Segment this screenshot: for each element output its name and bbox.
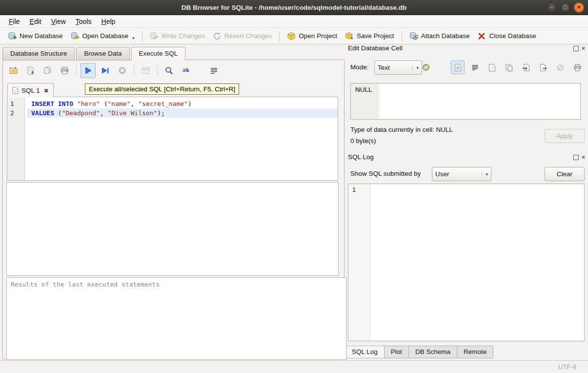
dock-close-icon[interactable]: ✕ bbox=[581, 155, 586, 160]
open-project-label: Open Project bbox=[299, 32, 337, 40]
print-icon bbox=[60, 66, 69, 75]
save-sql-file-icon bbox=[26, 66, 35, 75]
sql-log-dock-controls: ✕ bbox=[573, 155, 586, 160]
toolbar-separator bbox=[402, 31, 402, 41]
minimize-button[interactable]: ‒ bbox=[547, 2, 557, 13]
tab-execute-sql[interactable]: Execute SQL bbox=[131, 47, 186, 61]
app-window: DB Browser for SQLite - /home/user/code/… bbox=[0, 0, 588, 373]
close-button[interactable]: ✕ bbox=[574, 2, 584, 13]
main-toolbar: New Database Open Database ▾ Write Chang… bbox=[0, 28, 588, 44]
save-sql-file-button[interactable] bbox=[23, 63, 38, 78]
sql-token: ( bbox=[100, 100, 108, 107]
menubar: File Edit View Tools Help bbox=[0, 15, 588, 28]
dock-close-icon[interactable]: ✕ bbox=[581, 46, 586, 51]
execute-sql-page: ab SQL 1 ✖ Execute all/selected SQL [Ctr… bbox=[2, 60, 345, 359]
menu-file[interactable]: File bbox=[4, 16, 25, 27]
results-grid[interactable] bbox=[6, 182, 339, 276]
revert-changes-label: Revert Changes bbox=[224, 32, 272, 40]
execute-all-button[interactable] bbox=[81, 63, 96, 78]
open-database-dropdown-icon[interactable]: ▾ bbox=[132, 36, 135, 41]
results-placeholder: Results of the last executed statements bbox=[11, 281, 160, 288]
window-title: DB Browser for SQLite - /home/user/code/… bbox=[0, 4, 588, 11]
close-database-label: Close Database bbox=[489, 32, 536, 40]
set-null-button bbox=[553, 61, 567, 74]
open-sql-file-button[interactable] bbox=[6, 63, 21, 78]
code-line-1[interactable]: INSERT INTO "hero" ("name", "secret_name… bbox=[27, 99, 338, 108]
print-icon bbox=[573, 63, 582, 72]
maximize-button[interactable]: ▢ bbox=[560, 2, 570, 13]
menu-tools[interactable]: Tools bbox=[71, 16, 97, 27]
write-changes-label: Write Changes bbox=[162, 32, 205, 40]
sql-token: , bbox=[131, 100, 139, 107]
new-database-icon bbox=[8, 32, 17, 41]
results-message-pane[interactable]: Results of the last executed statements bbox=[6, 277, 346, 360]
encoding-indicator[interactable]: UTF-8 bbox=[558, 363, 576, 371]
dock-tab-sql-log[interactable]: SQL Log bbox=[345, 346, 385, 358]
edit-cell-title: Edit Database Cell bbox=[348, 44, 403, 52]
export-file-icon bbox=[539, 63, 547, 72]
sql-doc-tab[interactable]: SQL 1 ✖ bbox=[7, 83, 54, 98]
toolbar-separator bbox=[279, 31, 280, 41]
find-icon bbox=[164, 66, 174, 75]
sql-token: , bbox=[100, 109, 108, 117]
text-view-button[interactable] bbox=[451, 61, 465, 74]
import-file-button[interactable] bbox=[519, 61, 533, 74]
log-filter-combobox[interactable]: User ▾ bbox=[432, 167, 491, 181]
open-database-button[interactable]: Open Database ▾ bbox=[67, 30, 139, 42]
save-results-icon bbox=[141, 66, 150, 75]
word-wrap-button[interactable] bbox=[206, 63, 222, 78]
sql-editor[interactable]: 1 INSERT INTO "hero" ("name", "secret_na… bbox=[7, 97, 338, 181]
write-changes-button: Write Changes bbox=[146, 30, 209, 42]
open-project-button[interactable]: Open Project bbox=[283, 30, 341, 42]
new-database-button[interactable]: New Database bbox=[4, 30, 67, 42]
save-sql-file-as-icon bbox=[43, 66, 52, 75]
execute-line-button[interactable] bbox=[98, 63, 113, 78]
float-icon[interactable] bbox=[573, 155, 579, 160]
titlebar[interactable]: DB Browser for SQLite - /home/user/code/… bbox=[0, 0, 588, 15]
save-sql-file-as-button[interactable] bbox=[40, 63, 55, 78]
float-icon[interactable] bbox=[573, 46, 579, 51]
sql-log-view[interactable]: 1 bbox=[348, 184, 585, 341]
toolbar-separator bbox=[142, 31, 142, 41]
dock-tab-remote[interactable]: Remote bbox=[457, 346, 493, 358]
statusbar: UTF-8 bbox=[0, 360, 588, 373]
dock-tab-plot[interactable]: Plot bbox=[385, 346, 409, 358]
print-cell-button[interactable] bbox=[570, 61, 584, 74]
save-project-button[interactable]: Save Project bbox=[341, 30, 398, 42]
text-view-icon bbox=[454, 63, 462, 72]
word-wrap-icon bbox=[471, 63, 479, 72]
open-project-icon bbox=[287, 32, 296, 41]
log-line-number: 1 bbox=[352, 186, 356, 193]
open-in-editor-button[interactable] bbox=[485, 61, 499, 74]
sql-doc-tab-close-icon[interactable]: ✖ bbox=[44, 87, 49, 94]
mode-combobox[interactable]: Text ▾ bbox=[374, 61, 422, 75]
open-in-editor-icon bbox=[488, 63, 496, 72]
menu-view[interactable]: View bbox=[46, 16, 71, 27]
cell-editor[interactable]: NULL bbox=[350, 83, 581, 120]
auto-switch-mode-button[interactable] bbox=[419, 61, 433, 74]
menu-help[interactable]: Help bbox=[97, 16, 121, 27]
menu-edit[interactable]: Edit bbox=[25, 16, 46, 27]
tab-database-structure[interactable]: Database Structure bbox=[2, 47, 75, 61]
line-number: 2 bbox=[7, 108, 27, 118]
print-button[interactable] bbox=[57, 63, 72, 78]
sql-token: "hero" bbox=[77, 100, 100, 107]
copy-button[interactable] bbox=[502, 61, 516, 74]
save-results-button bbox=[138, 63, 153, 78]
sql-toolbar-separator bbox=[134, 66, 134, 76]
new-database-label: New Database bbox=[20, 32, 63, 40]
auto-complete-button[interactable]: ab bbox=[179, 63, 194, 78]
tab-browse-data[interactable]: Browse Data bbox=[76, 47, 129, 61]
clear-log-button[interactable]: Clear bbox=[545, 167, 585, 181]
execute-all-icon bbox=[83, 66, 93, 75]
attach-database-button[interactable]: Attach Database bbox=[406, 30, 474, 42]
code-row: 1 INSERT INTO "hero" ("name", "secret_na… bbox=[7, 99, 338, 108]
copy-icon bbox=[505, 63, 513, 72]
close-database-button[interactable]: Close Database bbox=[473, 30, 540, 42]
word-wrap-button[interactable] bbox=[468, 61, 482, 74]
code-line-2[interactable]: VALUES ("Deadpond", "Dive Wilson"); bbox=[27, 108, 338, 118]
export-file-button[interactable] bbox=[536, 61, 550, 74]
revert-changes-icon bbox=[213, 32, 222, 41]
dock-tab-db-schema[interactable]: DB Schema bbox=[409, 346, 457, 358]
find-button[interactable] bbox=[162, 63, 177, 78]
